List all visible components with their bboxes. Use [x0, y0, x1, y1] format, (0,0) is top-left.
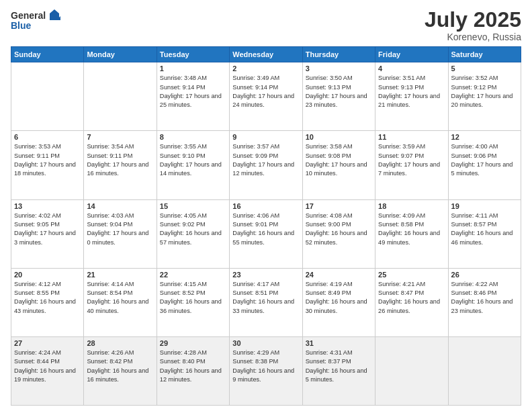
day-info: Sunrise: 4:03 AM Sunset: 9:04 PM Dayligh…: [87, 212, 153, 247]
day-info: Sunrise: 4:19 AM Sunset: 8:49 PM Dayligh…: [306, 280, 372, 316]
day-number: 26: [451, 271, 518, 279]
calendar-cell: 11Sunrise: 3:59 AM Sunset: 9:07 PM Dayli…: [375, 131, 448, 199]
day-info: Sunrise: 3:50 AM Sunset: 9:13 PM Dayligh…: [306, 74, 372, 109]
calendar-week-row: 6Sunrise: 3:53 AM Sunset: 9:11 PM Daylig…: [11, 131, 521, 199]
day-number: 21: [87, 271, 153, 279]
calendar-cell: 17Sunrise: 4:08 AM Sunset: 9:00 PM Dayli…: [302, 199, 375, 268]
calendar-table: SundayMondayTuesdayWednesdayThursdayFrid…: [11, 46, 521, 406]
day-info: Sunrise: 3:54 AM Sunset: 9:11 PM Dayligh…: [87, 142, 153, 178]
day-of-week-header: Wednesday: [230, 47, 302, 62]
day-info: Sunrise: 3:55 AM Sunset: 9:10 PM Dayligh…: [160, 142, 226, 178]
calendar-cell: 15Sunrise: 4:05 AM Sunset: 9:02 PM Dayli…: [157, 199, 229, 268]
day-of-week-header: Thursday: [302, 47, 375, 62]
main-title: July 2025: [425, 8, 521, 32]
day-info: Sunrise: 3:59 AM Sunset: 9:07 PM Dayligh…: [378, 142, 445, 178]
calendar-cell: 7Sunrise: 3:54 AM Sunset: 9:11 PM Daylig…: [84, 131, 157, 199]
calendar-cell: 8Sunrise: 3:55 AM Sunset: 9:10 PM Daylig…: [157, 131, 229, 199]
calendar-cell: 27Sunrise: 4:24 AM Sunset: 8:44 PM Dayli…: [11, 336, 84, 405]
day-of-week-header: Saturday: [448, 47, 521, 62]
day-info: Sunrise: 3:57 AM Sunset: 9:09 PM Dayligh…: [232, 142, 299, 178]
calendar-cell: 6Sunrise: 3:53 AM Sunset: 9:11 PM Daylig…: [11, 131, 84, 199]
day-number: 11: [378, 133, 445, 141]
calendar-header-row: SundayMondayTuesdayWednesdayThursdayFrid…: [11, 47, 521, 62]
day-info: Sunrise: 3:48 AM Sunset: 9:14 PM Dayligh…: [160, 74, 226, 109]
calendar-week-row: 1Sunrise: 3:48 AM Sunset: 9:14 PM Daylig…: [11, 62, 521, 131]
day-info: Sunrise: 3:49 AM Sunset: 9:14 PM Dayligh…: [232, 74, 299, 109]
day-of-week-header: Friday: [375, 47, 448, 62]
day-number: 27: [14, 339, 81, 347]
calendar-cell: [375, 336, 448, 405]
day-info: Sunrise: 3:53 AM Sunset: 9:11 PM Dayligh…: [14, 142, 81, 178]
day-number: 2: [232, 64, 299, 73]
calendar-cell: 14Sunrise: 4:03 AM Sunset: 9:04 PM Dayli…: [84, 199, 157, 268]
day-info: Sunrise: 4:15 AM Sunset: 8:52 PM Dayligh…: [160, 280, 226, 316]
calendar-week-row: 13Sunrise: 4:02 AM Sunset: 9:05 PM Dayli…: [11, 199, 521, 268]
day-info: Sunrise: 4:08 AM Sunset: 9:00 PM Dayligh…: [306, 212, 372, 247]
day-info: Sunrise: 4:11 AM Sunset: 8:57 PM Dayligh…: [451, 212, 518, 247]
day-info: Sunrise: 4:26 AM Sunset: 8:42 PM Dayligh…: [87, 349, 153, 384]
header: General Blue July 2025 Korenevo, Russia: [11, 8, 521, 42]
calendar-cell: 29Sunrise: 4:28 AM Sunset: 8:40 PM Dayli…: [157, 336, 229, 405]
day-number: 8: [160, 133, 226, 141]
day-number: 18: [378, 202, 445, 210]
day-number: 1: [160, 64, 226, 73]
day-info: Sunrise: 4:05 AM Sunset: 9:02 PM Dayligh…: [160, 212, 226, 247]
calendar-cell: [84, 62, 157, 131]
calendar-cell: 31Sunrise: 4:31 AM Sunset: 8:37 PM Dayli…: [302, 336, 375, 405]
day-number: 13: [14, 202, 81, 210]
day-info: Sunrise: 4:02 AM Sunset: 9:05 PM Dayligh…: [14, 212, 81, 247]
calendar-cell: 4Sunrise: 3:51 AM Sunset: 9:13 PM Daylig…: [375, 62, 448, 131]
day-of-week-header: Sunday: [11, 47, 84, 62]
calendar-cell: 30Sunrise: 4:29 AM Sunset: 8:38 PM Dayli…: [230, 336, 302, 405]
day-info: Sunrise: 4:09 AM Sunset: 8:58 PM Dayligh…: [378, 212, 445, 247]
calendar-cell: 24Sunrise: 4:19 AM Sunset: 8:49 PM Dayli…: [302, 268, 375, 336]
day-info: Sunrise: 4:28 AM Sunset: 8:40 PM Dayligh…: [160, 349, 226, 384]
day-info: Sunrise: 4:31 AM Sunset: 8:37 PM Dayligh…: [306, 349, 372, 384]
day-info: Sunrise: 4:24 AM Sunset: 8:44 PM Dayligh…: [14, 349, 81, 384]
calendar-cell: 1Sunrise: 3:48 AM Sunset: 9:14 PM Daylig…: [157, 62, 229, 131]
calendar-cell: 9Sunrise: 3:57 AM Sunset: 9:09 PM Daylig…: [230, 131, 302, 199]
day-number: 29: [160, 339, 226, 347]
subtitle: Korenevo, Russia: [425, 32, 521, 42]
day-number: 15: [160, 202, 226, 210]
logo: General Blue: [11, 8, 62, 31]
calendar-cell: [11, 62, 84, 131]
svg-marker-0: [50, 9, 59, 20]
calendar-cell: 26Sunrise: 4:22 AM Sunset: 8:46 PM Dayli…: [448, 268, 521, 336]
day-number: 9: [232, 133, 299, 141]
logo-blue: Blue: [11, 20, 31, 31]
day-of-week-header: Tuesday: [157, 47, 229, 62]
day-number: 30: [232, 339, 299, 347]
calendar-cell: 19Sunrise: 4:11 AM Sunset: 8:57 PM Dayli…: [448, 199, 521, 268]
day-number: 12: [451, 133, 518, 141]
day-info: Sunrise: 3:58 AM Sunset: 9:08 PM Dayligh…: [306, 142, 372, 178]
logo-general: General: [11, 10, 46, 21]
calendar-cell: 21Sunrise: 4:14 AM Sunset: 8:54 PM Dayli…: [84, 268, 157, 336]
day-number: 10: [306, 133, 372, 141]
day-number: 7: [87, 133, 153, 141]
day-info: Sunrise: 4:22 AM Sunset: 8:46 PM Dayligh…: [451, 280, 518, 316]
day-info: Sunrise: 4:17 AM Sunset: 8:51 PM Dayligh…: [232, 280, 299, 316]
day-info: Sunrise: 4:21 AM Sunset: 8:47 PM Dayligh…: [378, 280, 445, 316]
day-number: 4: [378, 64, 445, 73]
day-info: Sunrise: 4:00 AM Sunset: 9:06 PM Dayligh…: [451, 142, 518, 178]
day-number: 28: [87, 339, 153, 347]
day-info: Sunrise: 4:06 AM Sunset: 9:01 PM Dayligh…: [232, 212, 299, 247]
calendar-cell: 10Sunrise: 3:58 AM Sunset: 9:08 PM Dayli…: [302, 131, 375, 199]
calendar-cell: 25Sunrise: 4:21 AM Sunset: 8:47 PM Dayli…: [375, 268, 448, 336]
calendar-cell: 20Sunrise: 4:12 AM Sunset: 8:55 PM Dayli…: [11, 268, 84, 336]
calendar-cell: 16Sunrise: 4:06 AM Sunset: 9:01 PM Dayli…: [230, 199, 302, 268]
calendar-cell: 22Sunrise: 4:15 AM Sunset: 8:52 PM Dayli…: [157, 268, 229, 336]
day-number: 31: [306, 339, 372, 347]
calendar-cell: 18Sunrise: 4:09 AM Sunset: 8:58 PM Dayli…: [375, 199, 448, 268]
day-number: 6: [14, 133, 81, 141]
calendar-cell: 23Sunrise: 4:17 AM Sunset: 8:51 PM Dayli…: [230, 268, 302, 336]
day-number: 19: [451, 202, 518, 210]
calendar-week-row: 20Sunrise: 4:12 AM Sunset: 8:55 PM Dayli…: [11, 268, 521, 336]
day-number: 24: [306, 271, 372, 279]
logo-icon: [47, 8, 62, 23]
day-number: 25: [378, 271, 445, 279]
day-number: 16: [232, 202, 299, 210]
day-info: Sunrise: 3:52 AM Sunset: 9:12 PM Dayligh…: [451, 74, 518, 109]
calendar-cell: [448, 336, 521, 405]
